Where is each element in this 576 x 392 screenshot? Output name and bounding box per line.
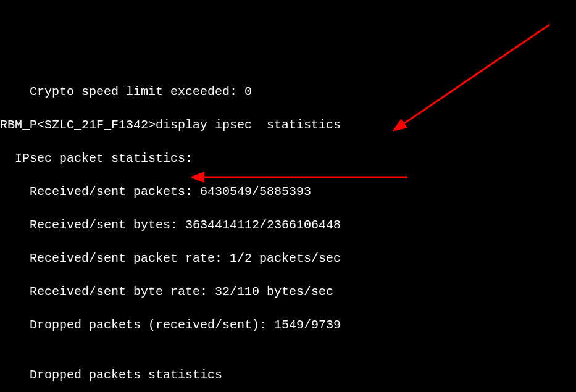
terminal-output: Crypto speed limit exceeded: 0 RBM_P<SZL…: [0, 67, 576, 392]
output-line: Received/sent byte rate: 32/110 bytes/se…: [0, 283, 576, 300]
command-text: display ipsec statistics: [156, 118, 341, 132]
output-line: Received/sent bytes: 3634414112/23661064…: [0, 217, 576, 233]
output-line: Crypto speed limit exceeded: 0: [0, 83, 576, 100]
prompt-line: RBM_P<SZLC_21F_F1342>display ipsec stati…: [0, 117, 576, 133]
output-line: IPsec packet statistics:: [0, 150, 576, 167]
output-line: Dropped packets (received/sent): 1549/97…: [0, 317, 576, 333]
prompt: RBM_P<SZLC_21F_F1342>: [0, 118, 156, 132]
output-line: Received/sent packet rate: 1/2 packets/s…: [0, 250, 576, 267]
output-line: Dropped packets statistics: [0, 367, 576, 383]
output-line: Received/sent packets: 6430549/5885393: [0, 183, 576, 200]
